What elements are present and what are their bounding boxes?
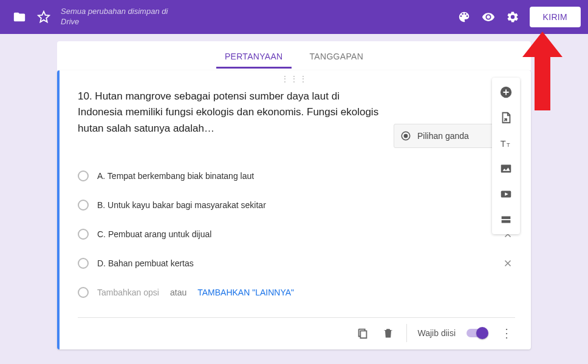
add-option-input[interactable]: Tambahkan opsi: [97, 288, 159, 297]
option-row[interactable]: D. Bahan pembuat kertas: [78, 249, 515, 278]
svg-point-1: [404, 134, 408, 138]
question-footer: Wajib diisi ⋮: [78, 317, 515, 342]
add-option-or: atau: [170, 288, 186, 297]
radio-icon: [78, 258, 89, 269]
tab-bar: PERTANYAAN TANGGAPAN: [57, 41, 531, 70]
drag-handle-icon[interactable]: ⋮⋮⋮: [281, 74, 308, 84]
svg-rect-5: [501, 165, 511, 173]
gear-icon[interactable]: [501, 5, 525, 29]
option-row[interactable]: B. Untuk kayu bakar bagi masyarakat seki…: [78, 190, 515, 220]
svg-text:T: T: [501, 139, 506, 149]
save-status: Semua perubahan disimpan di Drive: [61, 7, 170, 27]
more-options-icon[interactable]: ⋮: [498, 326, 515, 340]
delete-icon[interactable]: [381, 326, 395, 340]
star-icon[interactable]: [32, 5, 56, 29]
option-row[interactable]: A. Tempat berkembang biak binatang laut: [78, 161, 515, 190]
add-video-icon[interactable]: [495, 183, 517, 205]
tab-responses[interactable]: TANGGAPAN: [296, 43, 377, 69]
radio-icon: [400, 130, 411, 141]
required-toggle[interactable]: [467, 329, 487, 337]
question-card: ⋮⋮⋮ 10. Hutan mangrove sebagai potensi s…: [57, 70, 531, 349]
add-option-row: Tambahkan opsi atau TAMBAHKAN "LAINNYA": [78, 278, 515, 307]
add-other-button[interactable]: TAMBAHKAN "LAINNYA": [197, 288, 294, 297]
palette-icon[interactable]: [452, 5, 476, 29]
tab-questions[interactable]: PERTANYAAN: [211, 43, 296, 69]
radio-icon: [78, 229, 89, 240]
side-toolbar: TT: [492, 78, 520, 234]
question-title-input[interactable]: 10. Hutan mangrove sebagai potensi sumbe…: [78, 89, 379, 136]
add-section-icon[interactable]: [495, 209, 517, 231]
radio-icon: [78, 287, 89, 298]
folder-icon[interactable]: [7, 5, 32, 29]
required-label: Wajib diisi: [418, 328, 456, 338]
option-row[interactable]: C. Pembuat arang untuk dijual: [78, 220, 515, 249]
option-text[interactable]: B. Untuk kayu bakar bagi masyarakat seki…: [97, 200, 492, 210]
duplicate-icon[interactable]: [355, 326, 370, 340]
add-title-icon[interactable]: TT: [495, 132, 517, 154]
send-button[interactable]: KIRIM: [530, 7, 581, 27]
import-questions-icon[interactable]: [495, 107, 517, 129]
radio-icon: [78, 200, 89, 211]
option-text[interactable]: A. Tempat berkembang biak binatang laut: [97, 171, 492, 181]
add-image-icon[interactable]: [495, 158, 517, 180]
option-text[interactable]: D. Bahan pembuat kertas: [97, 258, 492, 268]
add-question-icon[interactable]: [495, 81, 517, 103]
options-list: A. Tempat berkembang biak binatang laut …: [78, 161, 515, 307]
radio-icon: [78, 170, 89, 181]
svg-rect-8: [502, 220, 511, 223]
question-type-label: Pilihan ganda: [417, 131, 495, 141]
preview-icon[interactable]: [476, 5, 501, 29]
option-text[interactable]: C. Pembuat arang untuk dijual: [97, 229, 492, 239]
svg-rect-7: [502, 217, 511, 220]
divider: [406, 324, 407, 342]
svg-text:T: T: [507, 142, 510, 148]
remove-option-icon[interactable]: [501, 256, 515, 271]
app-header: Semua perubahan disimpan di Drive KIRIM: [0, 0, 588, 34]
